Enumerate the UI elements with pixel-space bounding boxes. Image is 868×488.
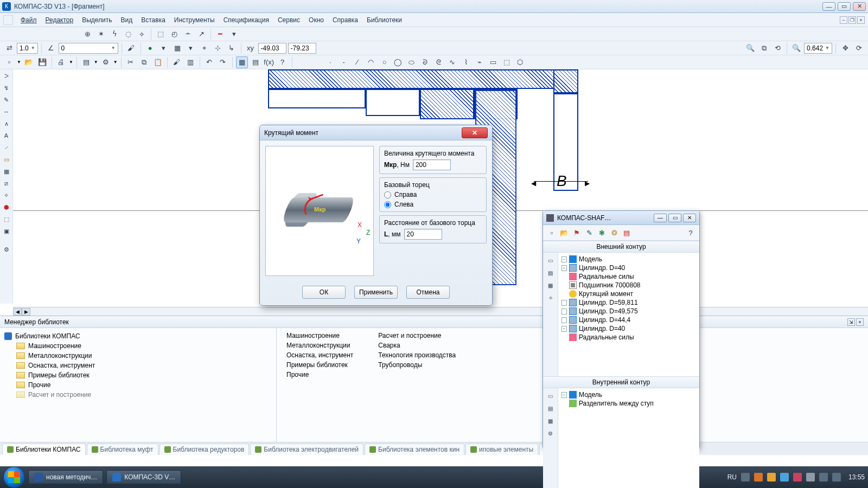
mdi-restore-button[interactable]: ❐ bbox=[848, 16, 856, 24]
tree-item-label[interactable]: Прочие bbox=[28, 381, 50, 389]
shaft-new-icon[interactable]: ▫ bbox=[546, 227, 557, 238]
tree-item-label[interactable]: Расчет и построение bbox=[28, 391, 91, 399]
mdi-minimize-button[interactable]: – bbox=[840, 16, 847, 24]
taskbar-item-word[interactable]: новая методич… bbox=[28, 470, 103, 484]
shaft-gear2-icon[interactable]: ❂ bbox=[609, 227, 620, 238]
snap2-icon[interactable]: ✶ bbox=[95, 28, 107, 40]
origin2-icon[interactable]: ⊹ bbox=[212, 42, 224, 54]
dropdown-icon[interactable]: ▾ bbox=[228, 28, 240, 40]
g11-icon[interactable]: ⌇ bbox=[460, 56, 472, 68]
shaft-help-icon[interactable]: ? bbox=[685, 227, 696, 238]
lv8-icon[interactable]: ▭ bbox=[1, 154, 12, 165]
mkr-input[interactable] bbox=[413, 159, 451, 170]
radio-left-label[interactable]: Слева bbox=[394, 201, 413, 208]
g12-icon[interactable]: ⌁ bbox=[474, 56, 486, 68]
snap6-icon[interactable]: ⬚ bbox=[155, 28, 167, 40]
g8-icon[interactable]: ᘐ bbox=[419, 56, 431, 68]
lv10-icon[interactable]: ⧄ bbox=[1, 178, 12, 189]
shaft-edit-icon[interactable]: ✎ bbox=[584, 227, 595, 238]
library-tab[interactable]: Библиотека электродвигателей bbox=[250, 444, 363, 455]
fx-icon[interactable]: f(x) bbox=[263, 56, 275, 68]
new-icon[interactable]: ▫ bbox=[3, 56, 15, 68]
menu-service[interactable]: Сервис bbox=[273, 14, 304, 26]
open-icon[interactable]: 📂 bbox=[23, 56, 35, 68]
close-button[interactable]: ✕ bbox=[853, 2, 866, 11]
tray-icon-1[interactable] bbox=[741, 473, 750, 481]
menu-tools[interactable]: Инструменты bbox=[170, 14, 219, 26]
shaft-maximize-button[interactable]: ▭ bbox=[668, 214, 681, 222]
stb3-icon[interactable]: ▦ bbox=[545, 280, 556, 291]
shaft-calc-icon[interactable]: ▤ bbox=[621, 227, 632, 238]
g9-icon[interactable]: ᘓ bbox=[433, 56, 445, 68]
stb7-icon[interactable]: ▦ bbox=[545, 415, 556, 426]
list-item-label[interactable]: Расчет и построение bbox=[378, 332, 441, 339]
snap5-icon[interactable]: ⟡ bbox=[136, 28, 148, 40]
minimize-button[interactable]: — bbox=[822, 2, 835, 11]
list-item-label[interactable]: Машиностроение bbox=[286, 332, 340, 339]
mdi-close-button[interactable]: × bbox=[857, 16, 865, 24]
g14-icon[interactable]: ⬚ bbox=[501, 56, 513, 68]
cut-icon[interactable]: ✂ bbox=[125, 56, 137, 68]
library-tab[interactable]: Библиотеки КОМПАС bbox=[2, 444, 86, 455]
snap9-icon[interactable]: ↗ bbox=[195, 28, 207, 40]
lib2-icon[interactable]: ▤ bbox=[250, 56, 261, 68]
menu-view[interactable]: Вид bbox=[117, 14, 137, 26]
coord-x-input[interactable] bbox=[258, 43, 286, 54]
zoom-dropdown[interactable]: 0.642▼ bbox=[804, 43, 832, 54]
l-input[interactable] bbox=[404, 229, 442, 240]
stb6-icon[interactable]: ▤ bbox=[545, 403, 556, 414]
library-tree[interactable]: Библиотеки КОМПАС МашиностроениеМеталлок… bbox=[0, 328, 277, 442]
lv6-icon[interactable]: A bbox=[1, 130, 12, 141]
menu-window[interactable]: Окно bbox=[304, 14, 328, 26]
menu-select[interactable]: Выделить bbox=[78, 14, 116, 26]
stb2-icon[interactable]: ▤ bbox=[545, 267, 556, 278]
snap8-icon[interactable]: ∸ bbox=[182, 28, 194, 40]
help-icon[interactable]: ? bbox=[277, 56, 289, 68]
radio-left[interactable] bbox=[384, 201, 391, 208]
coord-y-input[interactable] bbox=[288, 43, 316, 54]
stb8-icon[interactable]: ⚙ bbox=[545, 428, 556, 439]
origin-icon[interactable]: ⌖ bbox=[199, 42, 210, 54]
start-button[interactable] bbox=[3, 466, 25, 488]
tray-icon-3[interactable] bbox=[767, 473, 776, 481]
lv9-icon[interactable]: ▦ bbox=[1, 166, 12, 177]
ok-button[interactable]: ОК bbox=[302, 286, 346, 299]
zoom-prev-icon[interactable]: ⟲ bbox=[771, 42, 783, 54]
step2-dropdown[interactable]: 0▼ bbox=[59, 43, 118, 54]
stb1-icon[interactable]: ▭ bbox=[545, 255, 556, 266]
list-item-label[interactable]: Технология производства bbox=[378, 351, 456, 359]
library-tab[interactable]: Библиотека муфт bbox=[87, 444, 158, 455]
lv5-icon[interactable]: ∧ bbox=[1, 118, 12, 129]
g2-icon[interactable]: ‐ bbox=[338, 56, 350, 68]
list-item-label[interactable]: Металлоконструкции bbox=[286, 342, 350, 349]
paste-icon[interactable]: 📋 bbox=[152, 56, 164, 68]
canvas-scrollbar[interactable]: ◀ ▶ bbox=[13, 307, 868, 316]
shaft-outer-tree[interactable]: −Модель−Цилиндр. D=40Радиальные силыПодш… bbox=[558, 253, 699, 376]
cancel-button[interactable]: Отмена bbox=[406, 286, 450, 299]
lv3-icon[interactable]: ✎ bbox=[1, 94, 12, 105]
lv13-icon[interactable]: ⬚ bbox=[1, 214, 12, 224]
print-icon[interactable]: 🖨 bbox=[55, 56, 67, 68]
lv15-icon[interactable]: ⚙ bbox=[1, 244, 12, 255]
lv2-icon[interactable]: ↯ bbox=[1, 82, 12, 93]
g3-icon[interactable]: ∕ bbox=[352, 56, 363, 68]
lang-indicator[interactable]: RU bbox=[727, 473, 737, 481]
grid-icon[interactable]: ▦ bbox=[171, 42, 183, 54]
g13-icon[interactable]: ▭ bbox=[487, 56, 499, 68]
clock[interactable]: 13:55 bbox=[848, 473, 865, 481]
menu-libraries[interactable]: Библиотеки bbox=[362, 14, 406, 26]
snap7-icon[interactable]: ◴ bbox=[168, 28, 180, 40]
angle-icon[interactable]: ∠ bbox=[45, 42, 57, 54]
shaft-build-icon[interactable]: ⚑ bbox=[571, 227, 582, 238]
shaft-gear1-icon[interactable]: ❃ bbox=[596, 227, 607, 238]
color-icon[interactable]: 🖌 bbox=[125, 42, 137, 54]
step1-dropdown[interactable]: 1.0▼ bbox=[17, 43, 38, 54]
g7-icon[interactable]: ⬭ bbox=[406, 56, 418, 68]
layer2-icon[interactable]: ▾ bbox=[158, 42, 170, 54]
snap3-icon[interactable]: ϟ bbox=[108, 28, 120, 40]
tree-item-label[interactable]: Оснастка, инструмент bbox=[28, 362, 95, 369]
tray-icon-7[interactable] bbox=[819, 473, 828, 481]
coord-icon[interactable]: xy bbox=[245, 42, 257, 54]
copy-icon[interactable]: ⧉ bbox=[138, 56, 150, 68]
g10-icon[interactable]: ∿ bbox=[446, 56, 458, 68]
